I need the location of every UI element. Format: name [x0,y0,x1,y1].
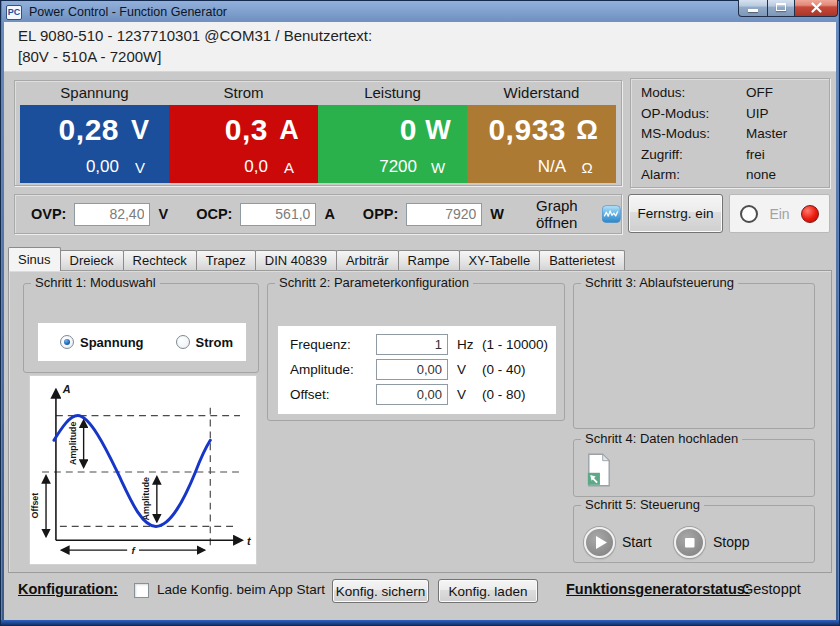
save-config-button[interactable]: Konfig. sichern [332,579,429,603]
radio-label[interactable]: Strom [196,335,234,350]
step3-group: Schritt 3: Ablaufsteuerung [573,283,815,429]
step1-group: Schritt 1: Moduswahl Spannung Strom [23,283,259,373]
offset-unit: V [448,387,482,402]
graph-waveform-icon[interactable] [602,200,621,228]
tab-xy-tabelle[interactable]: XY-Tabelle [459,250,541,271]
app-window: PC Power Control - Function Generator EL… [0,0,840,626]
status-row: OP-Modus:UIP [641,106,829,127]
actual-value: 0,933 [469,113,566,147]
step1-title: Schritt 1: Moduswahl [31,275,160,290]
voltage-meter: Spannung 0,28V 0,00V [20,81,169,185]
tab-batterietest[interactable]: Batterietest [539,250,625,271]
output-toggle[interactable]: Ein [729,194,830,233]
stop-button[interactable] [674,527,705,558]
step3-title: Schritt 3: Ablaufsteuerung [581,275,738,290]
status-panel: Modus:OFF OP-Modus:UIP MS-Modus:Master Z… [630,78,830,188]
protection-bar: OVP: V OCP: A OPP: W Graph öffnen [14,194,622,234]
load-config-checkbox[interactable] [134,583,149,598]
status-row: Modus:OFF [641,85,829,106]
status-label: Alarm: [641,167,680,182]
frequency-range: (1 - 10000) [482,337,548,352]
status-value: OFF [746,85,773,100]
amplitude-label: Amplitude [68,421,78,465]
tab-rechteck[interactable]: Rechteck [123,250,197,271]
opp-unit: W [490,206,504,222]
tab-arbitraer[interactable]: Arbiträr [336,250,399,271]
current-panel: 0,3A 0,0A [169,105,318,183]
radio-label[interactable]: Spannung [80,335,144,350]
ocp-input[interactable] [240,203,316,226]
step2-group: Schritt 2: Parameterkonfiguration Freque… [267,283,565,421]
main-area: Spannung 0,28V 0,00V Strom 0,3A 0,0A Lei… [4,72,836,620]
close-button[interactable] [794,0,838,17]
maximize-icon [776,3,786,11]
status-label: Modus: [641,85,685,100]
actual-value: 0,3 [171,113,268,147]
amplitude-range: (0 - 40) [482,362,526,377]
radio-button-icon[interactable] [60,335,74,349]
radio-strom[interactable]: Strom [176,335,234,350]
set-value: 7200 [320,157,417,177]
meter-title: Spannung [20,81,169,105]
maximize-button[interactable] [767,0,795,17]
set-value: 0,00 [22,157,119,177]
voltage-panel: 0,28V 0,00V [20,105,169,183]
open-graph-label: Graph öffnen [536,197,590,231]
ocp-unit: A [324,206,334,222]
configuration-label: Konfiguration: [18,581,118,597]
offset-label: Offset [30,493,40,519]
offset-input[interactable] [376,384,448,405]
window-border [1,620,839,625]
frequency-input[interactable] [376,334,448,355]
remote-control-button[interactable]: Fernstrg. ein [628,194,723,233]
radio-button-icon[interactable] [176,335,190,349]
tab-sinus[interactable]: Sinus [8,247,61,271]
start-button[interactable] [584,527,615,558]
unit: V [119,115,161,146]
tab-dreieck[interactable]: Dreieck [60,250,124,271]
ovp-input[interactable] [74,203,150,226]
power-off-ring-icon [740,205,758,223]
step4-group: Schritt 4: Daten hochladen [573,439,815,497]
status-label: MS-Modus: [641,126,710,141]
titlebar: PC Power Control - Function Generator [6,2,834,22]
unit: W [417,115,459,146]
unit: Ω [566,159,608,176]
unit: Ω [566,115,608,146]
actual-value: 0,28 [22,113,119,147]
ovp-unit: V [158,206,168,222]
frequency-label: Frequenz: [278,337,376,352]
file-upload-icon[interactable] [586,453,612,487]
stop-label: Stopp [713,534,750,550]
current-meter: Strom 0,3A 0,0A [169,81,318,185]
tab-rampe[interactable]: Rampe [398,250,460,271]
status-label: Zugriff: [641,147,683,162]
radio-spannung[interactable]: Spannung [60,335,144,350]
status-value: Master [746,126,787,141]
ovp-label: OVP: [31,206,66,222]
status-row: MS-Modus:Master [641,126,829,147]
set-value: N/A [469,157,566,177]
sine-diagram: A t Amplitude Amplitude Offset f [29,375,257,565]
status-value: frei [746,147,765,162]
tab-trapez[interactable]: Trapez [196,250,256,271]
step5-title: Schritt 5: Steuerung [581,497,704,512]
amplitude-input[interactable] [376,359,448,380]
generator-status-value: Gestoppt [742,581,801,597]
power-led-icon [801,205,819,223]
minimize-button[interactable] [738,0,768,17]
status-value: UIP [746,106,769,121]
unit: V [119,159,161,176]
offset-range: (0 - 80) [482,387,526,402]
function-tabs: Sinus Dreieck Rechteck Trapez DIN 40839 … [8,248,624,271]
load-config-button[interactable]: Konfig. laden [438,579,538,603]
device-id: EL 9080-510 - 1237710301 @COM31 / Benutz… [18,27,372,44]
load-config-checkbox-label[interactable]: Lade Konfig. beim App Start [157,582,325,597]
ocp-label: OCP: [196,206,232,222]
tab-din40839[interactable]: DIN 40839 [255,250,337,271]
opp-input[interactable] [406,203,482,226]
unit: W [417,159,459,176]
stop-icon [676,529,703,556]
power-meter: Leistung 0W 7200W [318,81,467,185]
pc-logo: PC [6,5,22,20]
